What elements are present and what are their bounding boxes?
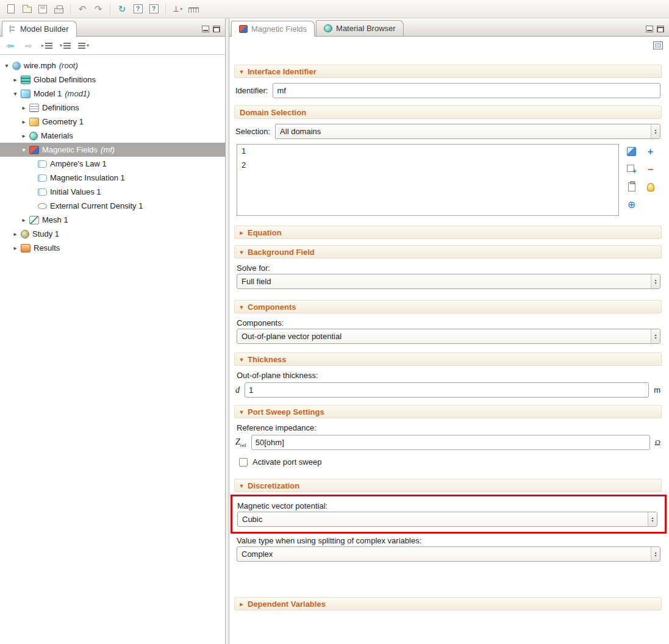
paste-selection-icon[interactable] [626, 182, 637, 192]
highlight-selection-icon[interactable] [645, 182, 656, 192]
section-header-port-sweep[interactable]: ▾ Port Sweep Settings [234, 405, 662, 418]
expander-icon[interactable]: ▸ [20, 132, 28, 139]
section-header-domain-selection[interactable]: Domain Selection [234, 106, 662, 119]
back-icon[interactable]: ⇦ [4, 39, 17, 52]
units-icon[interactable] [186, 2, 201, 16]
minimize-icon[interactable] [646, 26, 653, 32]
impedance-input[interactable] [251, 435, 650, 450]
tree-item-model-1[interactable]: ▾ Model 1 (mod1) [0, 87, 225, 101]
expander-icon[interactable]: ▸ [11, 76, 20, 83]
remove-from-selection-icon[interactable]: − [645, 164, 656, 174]
model-tree: ▾ wire.mph (root) ▸ Global Definitions ▾… [0, 55, 225, 644]
expand-all-icon[interactable]: ▾ [59, 39, 72, 52]
components-dropdown[interactable]: Out-of-plane vector potential ▴▾ [237, 329, 660, 344]
tree-item-external-current-density-1[interactable]: External Current Density 1 [0, 199, 225, 213]
section-title: Discretization [248, 481, 299, 490]
expander-icon[interactable]: ▸ [11, 245, 20, 251]
tab-magnetic-fields[interactable]: Magnetic Fields [231, 21, 315, 37]
tree-item-initial-values-1[interactable]: Initial Values 1 [0, 185, 225, 199]
zoom-to-selection-icon[interactable]: ⊕ [626, 199, 637, 210]
expander-icon[interactable]: ▸ [20, 104, 28, 111]
maximize-icon[interactable] [213, 26, 220, 32]
expander-icon[interactable]: ▾ [2, 62, 11, 69]
main-toolbar: ↶ ↷ ↻ ? ? ⊥ ▾ [0, 0, 669, 18]
magnetic-vector-potential-dropdown[interactable]: Cubic ▴▾ [237, 512, 657, 527]
identifier-label: Identifier: [235, 86, 268, 95]
spinner-icon: ▴▾ [651, 274, 660, 288]
model-builder-tab[interactable]: Model Builder [2, 21, 77, 37]
tab-label: Material Browser [336, 24, 396, 33]
tab-material-browser[interactable]: Material Browser [316, 20, 404, 36]
maximize-icon[interactable] [657, 26, 664, 32]
minimize-icon[interactable] [202, 26, 209, 32]
selection-dropdown[interactable]: All domains ▴▾ [275, 124, 660, 139]
tree-item-geometry-1[interactable]: ▸ Geometry 1 [0, 115, 225, 129]
tree-item-root[interactable]: ▾ wire.mph (root) [0, 59, 225, 73]
section-header-thickness[interactable]: ▾ Thickness [234, 352, 662, 366]
components-value: Out-of-plane vector potential [237, 332, 651, 341]
study-icon [21, 230, 29, 238]
solve-for-dropdown[interactable]: Full field ▴▾ [237, 274, 660, 289]
undo-icon[interactable]: ↶ [75, 2, 90, 16]
domain-list-item[interactable]: 2 [237, 160, 618, 174]
forward-icon[interactable]: ⇨ [22, 39, 35, 52]
redo-icon[interactable]: ↷ [91, 2, 106, 16]
domain-listbox[interactable]: 1 2 [237, 144, 619, 216]
tree-item-mesh-1[interactable]: ▸ Mesh 1 [0, 213, 225, 227]
section-header-interface-identifier[interactable]: ▾ Interface Identifier [234, 65, 662, 78]
toolbar-separator [165, 4, 166, 15]
section-header-equation[interactable]: ▸ Equation [234, 226, 662, 239]
add-to-selection-icon[interactable]: + [645, 146, 656, 157]
collapse-arrow-icon: ▾ [238, 482, 245, 489]
spinner-icon: ▴▾ [651, 329, 660, 343]
expander-icon[interactable]: ▾ [11, 90, 20, 97]
tree-item-definitions[interactable]: ▸ Definitions [0, 101, 225, 115]
open-file-icon[interactable] [20, 2, 34, 16]
identifier-input[interactable] [273, 83, 660, 98]
tree-item-magnetic-insulation-1[interactable]: Magnetic Insulation 1 [0, 171, 225, 185]
model-tree-icon [10, 26, 16, 32]
section-header-discretization[interactable]: ▾ Discretization [234, 479, 662, 492]
expander-icon[interactable]: ▸ [20, 118, 28, 125]
expander-icon[interactable]: ▸ [11, 231, 20, 237]
model-icon [21, 90, 30, 98]
print-icon[interactable] [51, 2, 66, 16]
expander-icon[interactable]: ▾ [20, 146, 28, 153]
tree-item-amperes-law-1[interactable]: Ampère's Law 1 [0, 157, 225, 171]
create-selection-icon[interactable] [626, 146, 637, 157]
external-current-density-icon [38, 203, 47, 209]
thickness-input[interactable] [245, 382, 649, 398]
activate-port-sweep-checkbox[interactable] [239, 458, 248, 467]
help-icon[interactable]: ? [131, 2, 145, 16]
show-options-icon[interactable]: ▾ [77, 39, 90, 52]
tree-item-results[interactable]: ▸ Results [0, 241, 225, 255]
section-header-background-field[interactable]: ▾ Background Field [234, 245, 662, 259]
save-icon[interactable] [35, 2, 50, 16]
global-definitions-icon [21, 76, 30, 84]
documentation-icon[interactable]: ? [146, 2, 161, 16]
tree-item-label: Geometry 1 [42, 117, 84, 126]
new-file-icon[interactable] [4, 2, 18, 16]
show-icon[interactable] [653, 41, 663, 49]
copy-selection-icon[interactable] [626, 164, 637, 174]
definitions-icon [29, 104, 39, 112]
red-highlight-annotation: Magnetic vector potential: Cubic ▴▾ [231, 495, 667, 534]
impedance-symbol: Zref [235, 437, 246, 448]
domain-listbox-row: 1 2 ⊕ + − [237, 144, 660, 216]
section-title: Components [248, 302, 296, 312]
value-type-dropdown[interactable]: Complex ▴▾ [237, 546, 660, 562]
selection-row: Selection: All domains ▴▾ [235, 124, 660, 139]
tree-item-materials[interactable]: ▸ Materials [0, 129, 225, 143]
tree-item-study-1[interactable]: ▸ Study 1 [0, 227, 225, 241]
tree-item-magnetic-fields[interactable]: ▾ Magnetic Fields (mf) [0, 143, 225, 157]
domain-list-item[interactable]: 1 [237, 146, 618, 160]
section-header-components[interactable]: ▾ Components [234, 300, 662, 313]
tree-item-global-definitions[interactable]: ▸ Global Definitions [0, 73, 225, 87]
measure-icon[interactable]: ⊥ ▾ [170, 2, 185, 16]
identifier-row: Identifier: [235, 83, 660, 98]
update-solution-icon[interactable]: ↻ [115, 2, 129, 16]
collapse-all-icon[interactable]: ▸ [40, 39, 54, 52]
section-header-dependent-variables[interactable]: ▸ Dependent Variables [234, 597, 662, 610]
measure-glyph: ⊥ [173, 4, 179, 13]
expander-icon[interactable]: ▸ [20, 216, 28, 223]
